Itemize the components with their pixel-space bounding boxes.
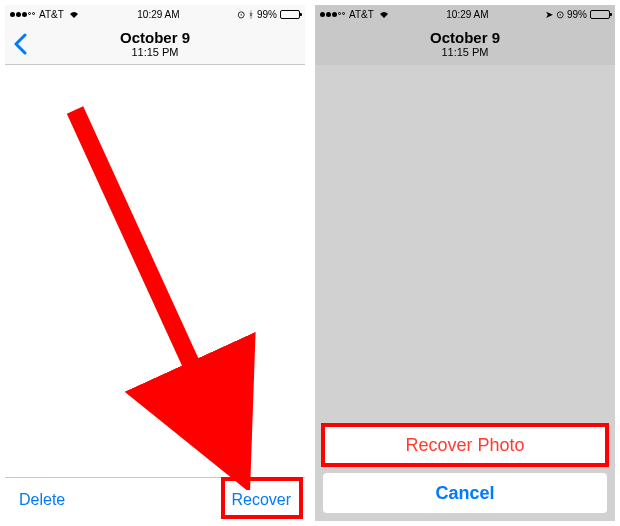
bluetooth-icon: ᚼ — [248, 9, 254, 20]
carrier-label: AT&T — [349, 9, 374, 20]
status-right: ➤ ⊙ 99% — [545, 9, 610, 20]
status-time: 10:29 AM — [137, 9, 179, 20]
status-left: AT&T — [320, 9, 390, 20]
signal-icon — [320, 12, 345, 17]
phone-screen-left: AT&T 10:29 AM ⊙ ᚼ 99% October 9 11:15 PM — [5, 5, 305, 521]
delete-button[interactable]: Delete — [19, 491, 65, 509]
photo-margin — [5, 449, 305, 477]
nav-title: October 9 11:15 PM — [120, 29, 190, 58]
action-sheet: Recover Photo Cancel — [323, 425, 607, 521]
nav-title-time: 11:15 PM — [430, 46, 500, 58]
nav-bar: October 9 11:15 PM — [315, 23, 615, 65]
alarm-icon: ⊙ — [556, 9, 564, 20]
carrier-label: AT&T — [39, 9, 64, 20]
nav-bar: October 9 11:15 PM — [5, 23, 305, 65]
status-bar: AT&T 10:29 AM ⊙ ᚼ 99% — [5, 5, 305, 23]
status-time: 10:29 AM — [446, 9, 488, 20]
wifi-icon — [68, 9, 80, 20]
battery-percent: 99% — [567, 9, 587, 20]
phone-screen-right: AT&T 10:29 AM ➤ ⊙ 99% October 9 11:15 PM… — [315, 5, 615, 521]
status-left: AT&T — [10, 9, 80, 20]
recover-photo-button[interactable]: Recover Photo — [323, 425, 607, 465]
battery-icon — [590, 10, 610, 19]
battery-icon — [280, 10, 300, 19]
wifi-icon — [378, 9, 390, 20]
recover-button[interactable]: Recover — [231, 491, 291, 509]
nav-title-time: 11:15 PM — [120, 46, 190, 58]
alarm-icon: ⊙ — [237, 9, 245, 20]
nav-title: October 9 11:15 PM — [430, 29, 500, 58]
location-icon: ➤ — [545, 9, 553, 20]
cancel-button[interactable]: Cancel — [323, 473, 607, 513]
bottom-toolbar: Delete Recover — [5, 477, 305, 521]
status-bar: AT&T 10:29 AM ➤ ⊙ 99% — [315, 5, 615, 23]
nav-title-date: October 9 — [120, 29, 190, 46]
nav-title-date: October 9 — [430, 29, 500, 46]
battery-percent: 99% — [257, 9, 277, 20]
back-button[interactable] — [13, 33, 27, 55]
signal-icon — [10, 12, 35, 17]
status-right: ⊙ ᚼ 99% — [237, 9, 300, 20]
